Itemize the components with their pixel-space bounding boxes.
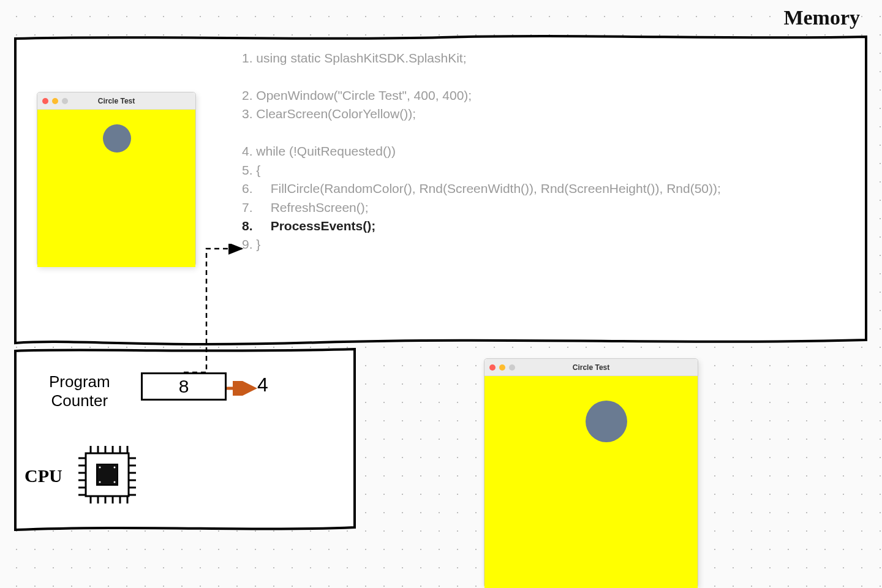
drawn-circle	[103, 124, 131, 153]
svg-point-4	[114, 467, 116, 469]
window-title: Circle Test	[484, 363, 698, 372]
program-counter-label: Program Counter	[49, 372, 110, 410]
cpu-label: CPU	[24, 466, 62, 486]
window-titlebar: Circle Test	[37, 92, 195, 110]
svg-point-6	[114, 481, 116, 483]
window-canvas	[37, 110, 195, 267]
memory-label: Memory	[783, 6, 860, 29]
svg-point-5	[99, 481, 101, 483]
window-titlebar: Circle Test	[484, 359, 698, 376]
window-canvas	[484, 376, 698, 588]
svg-point-3	[99, 467, 101, 469]
window-preview-output: Circle Test	[484, 358, 698, 588]
code-listing: 1. using static SplashKitSDK.SplashKit; …	[242, 49, 721, 254]
cpu-chip-icon	[74, 441, 141, 508]
drawn-circle	[586, 401, 627, 442]
pc-to-code-connector	[184, 244, 257, 391]
window-preview-memory: Circle Test	[37, 92, 196, 266]
program-counter-next: 4	[257, 374, 268, 396]
window-title: Circle Test	[37, 97, 195, 105]
